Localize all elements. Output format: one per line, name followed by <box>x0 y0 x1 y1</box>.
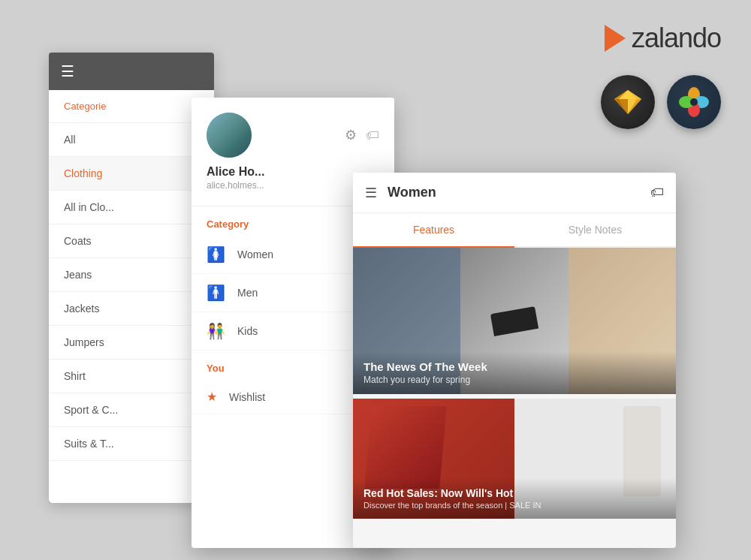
zalando-logo: zalando <box>605 23 721 54</box>
sketch-app-icon[interactable] <box>601 75 655 129</box>
men-icon: 🚹 <box>207 284 225 302</box>
tag-icon[interactable]: 🏷 <box>366 128 379 143</box>
kids-icon: 👫 <box>207 322 225 340</box>
profile-email: alice.holmes... <box>207 180 264 191</box>
main-panel-title: Women <box>388 185 436 200</box>
cat-label-women: Women <box>237 248 273 260</box>
tabs-bar: Features Style Notes <box>353 213 676 248</box>
avatar <box>207 113 252 158</box>
cat-label-kids: Kids <box>237 325 258 337</box>
zalando-name: zalando <box>632 23 721 54</box>
back-menu-jeans[interactable]: Jeans <box>49 258 214 292</box>
back-category-panel: ☰ Categorie All Clothing All in Clo... C… <box>49 53 214 503</box>
back-menu-coats[interactable]: Coats <box>49 224 214 258</box>
back-menu-suits[interactable]: Suits & T... <box>49 427 214 461</box>
back-menu-jumpers[interactable]: Jumpers <box>49 326 214 360</box>
back-menu-clothing[interactable]: Clothing <box>49 157 214 191</box>
back-menu-allinc[interactable]: All in Clo... <box>49 191 214 224</box>
profile-top-row: ⚙ 🏷 <box>207 113 379 158</box>
star-icon: ★ <box>207 390 217 404</box>
sales-card-title: Red Hot Sales: Now Will's Hot <box>363 487 665 499</box>
sales-card[interactable]: Red Hot Sales: Now Will's Hot Discover t… <box>353 399 676 519</box>
back-menu-jackets[interactable]: Jackets <box>49 292 214 326</box>
profile-icon-row: ⚙ 🏷 <box>345 127 379 143</box>
main-content: The News Of The Week Match you ready for… <box>353 248 676 519</box>
svg-point-12 <box>690 98 698 106</box>
branding: zalando <box>605 23 721 54</box>
cat-label-men: Men <box>237 287 258 299</box>
back-hamburger-icon[interactable]: ☰ <box>61 64 74 79</box>
sales-card-subtitle: Discover the top brands of the season | … <box>363 501 665 510</box>
news-card[interactable]: The News Of The Week Match you ready for… <box>353 248 676 394</box>
back-panel-header: ☰ <box>49 53 214 90</box>
tab-features[interactable]: Features <box>353 213 514 246</box>
main-panel-header: ☰ Women 🏷 <box>353 173 676 213</box>
sales-card-overlay: Red Hot Sales: Now Will's Hot Discover t… <box>353 478 676 519</box>
main-header-left: ☰ Women <box>365 185 436 201</box>
app-icons <box>601 75 721 129</box>
back-menu-shirt[interactable]: Shirt <box>49 360 214 393</box>
overflow-app-icon[interactable] <box>667 75 721 129</box>
back-categorie-label: Categorie <box>49 90 214 123</box>
back-menu-all[interactable]: All <box>49 123 214 157</box>
main-hamburger-icon[interactable]: ☰ <box>365 185 377 201</box>
women-icon: 🚺 <box>207 245 225 263</box>
back-menu-sport[interactable]: Sport & C... <box>49 393 214 427</box>
profile-name: Alice Ho... <box>207 165 264 179</box>
wishlist-label: Wishlist <box>229 391 265 403</box>
gear-icon[interactable]: ⚙ <box>345 127 357 143</box>
main-tag-icon[interactable]: 🏷 <box>650 185 664 200</box>
zalando-triangle-icon <box>605 25 626 52</box>
news-card-subtitle: Match you ready for spring <box>363 375 665 385</box>
news-card-title: The News Of The Week <box>363 360 665 373</box>
tab-style-notes[interactable]: Style Notes <box>514 213 676 246</box>
back-panel-content: Categorie All Clothing All in Clo... Coa… <box>49 90 214 461</box>
main-panel: ☰ Women 🏷 Features Style Notes The News … <box>353 173 676 548</box>
news-card-overlay: The News Of The Week Match you ready for… <box>353 351 676 394</box>
